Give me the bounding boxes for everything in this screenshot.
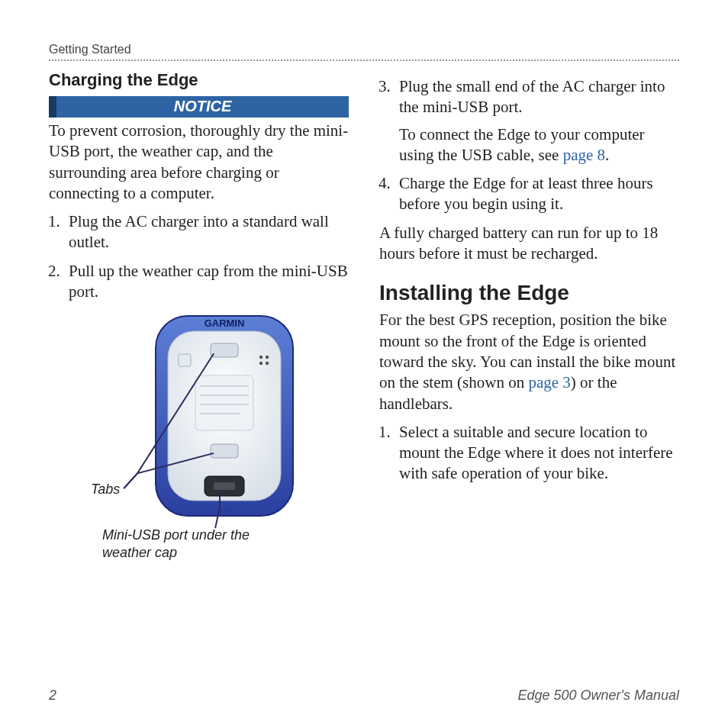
figure-callout-port: Mini-USB port under the weather cap: [102, 527, 293, 561]
charging-steps-cont: Plug the small end of the AC charger int…: [379, 76, 679, 215]
step3-text: Plug the small end of the AC charger int…: [399, 77, 665, 116]
charging-step-4: Charge the Edge for at least three hours…: [395, 173, 679, 215]
installing-step-1: Select a suitable and secure location to…: [395, 422, 679, 485]
figure-callout-tabs: Tabs: [91, 482, 120, 498]
battery-note: A fully charged battery can run for up t…: [379, 223, 679, 265]
page-footer: 2 Edge 500 Owner's Manual: [49, 688, 679, 704]
installing-steps: Select a suitable and secure location to…: [379, 422, 679, 485]
content-columns: Charging the Edge NOTICE To prevent corr…: [49, 70, 679, 585]
step3-note-post: .: [605, 146, 609, 164]
header-rule: [49, 60, 679, 61]
right-column: Plug the small end of the AC charger int…: [379, 70, 679, 585]
notice-body: To prevent corrosion, thoroughly dry the…: [49, 121, 349, 204]
running-header: Getting Started: [49, 43, 679, 56]
charging-step-2: Pull up the weather cap from the mini-US…: [64, 261, 349, 303]
section-title-charging: Charging the Edge: [49, 70, 349, 90]
manual-title: Edge 500 Owner's Manual: [517, 688, 679, 704]
charging-step-3: Plug the small end of the AC charger int…: [395, 76, 679, 166]
left-column: Charging the Edge NOTICE To prevent corr…: [49, 70, 349, 585]
step3-note: To connect the Edge to your computer usi…: [399, 124, 679, 166]
link-page-8[interactable]: page 8: [563, 146, 605, 164]
link-page-3[interactable]: page 3: [528, 373, 570, 391]
device-figure: GARMIN: [49, 310, 349, 585]
charging-step-1: Plug the AC charger into a standard wall…: [64, 211, 349, 253]
section-title-installing: Installing the Edge: [379, 281, 679, 305]
notice-banner: NOTICE: [49, 96, 349, 118]
charging-steps: Plug the AC charger into a standard wall…: [49, 211, 349, 302]
installing-intro: For the best GPS reception, position the…: [379, 310, 679, 414]
page-number: 2: [49, 688, 56, 704]
